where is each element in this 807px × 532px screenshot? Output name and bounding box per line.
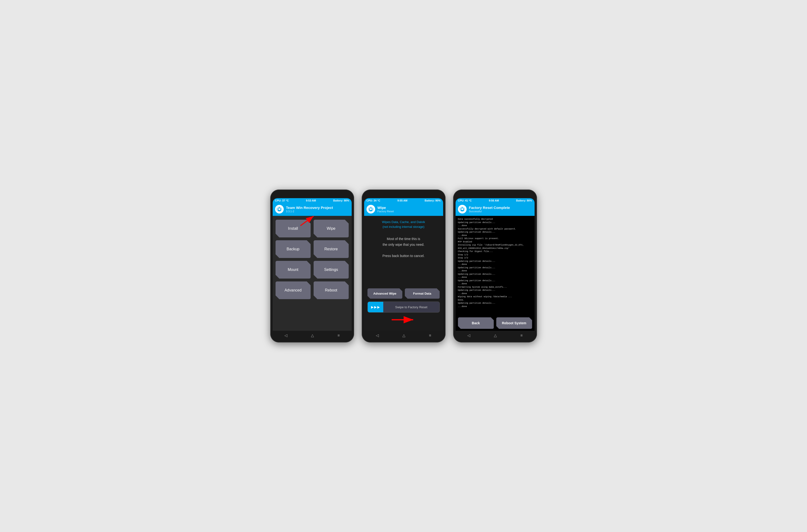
back-nav-2[interactable]: ◁ [376, 333, 379, 338]
backup-button[interactable]: Backup [276, 240, 311, 258]
twrp-title-block-3: Factory Reset Complete Successful [469, 206, 510, 213]
back-nav-3[interactable]: ◁ [467, 333, 470, 338]
notch-1 [303, 193, 322, 197]
wipe-description: Wipes Data, Cache, and Dalvik (not inclu… [368, 220, 440, 229]
screen-1: CPU: 37 °C 9:53 AM Battery: 90% Team Win… [273, 198, 352, 339]
advanced-button[interactable]: Advanced [276, 281, 311, 299]
nav-bar-3: ◁ △ ≡ [455, 331, 534, 339]
status-bar-3: CPU: 41 °C 9:56 AM Battery: 90% [455, 198, 534, 203]
notch-3 [486, 193, 505, 197]
back-nav-1[interactable]: ◁ [284, 333, 287, 338]
home-nav-1[interactable]: △ [311, 333, 314, 338]
battery-3: Battery: 90% [516, 199, 532, 202]
status-bar-2: CPU: 34 °C 9:55 AM Battery: 90% [364, 198, 443, 203]
restore-button[interactable]: Restore [314, 240, 349, 258]
wipe-desc-line1: Wipes Data, Cache, and Dalvik [368, 220, 440, 225]
phone-1: CPU: 37 °C 9:53 AM Battery: 90% Team Win… [270, 190, 354, 342]
swipe-area: ▶ ▶ ▶ Swipe to Factory Reset [368, 302, 440, 312]
wipe-text-1: Most of the time this is [368, 236, 440, 242]
twrp-subtitle-1: 3.3.1-2 [286, 210, 333, 213]
twrp-header-1: Team Win Recovery Project 3.3.1-2 [273, 203, 352, 216]
twrp-title-block-1: Team Win Recovery Project 3.3.1-2 [286, 206, 333, 213]
complete-buttons-row: Back Reboot System [458, 317, 532, 329]
nav-bar-2: ◁ △ ≡ [364, 331, 443, 339]
swipe-arrow-1: ▶ [371, 305, 374, 309]
nav-bar-1: ◁ △ ≡ [273, 331, 352, 339]
twrp-logo-1 [275, 205, 284, 213]
home-nav-3[interactable]: △ [494, 333, 497, 338]
swipe-arrows-indicator: ▶ ▶ ▶ [368, 302, 383, 312]
phone-3: CPU: 41 °C 9:56 AM Battery: 90% Factory … [453, 190, 537, 342]
twrp-logo-2 [367, 205, 375, 213]
buttons-grid-1: Install Wipe Backup [276, 220, 349, 299]
swipe-arrow-3: ▶ [377, 305, 380, 309]
format-data-button[interactable]: Format Data [405, 288, 440, 299]
battery-1: Battery: 90% [333, 199, 349, 202]
reboot-system-button[interactable]: Reboot System [496, 317, 532, 329]
time-3: 9:56 AM [489, 199, 499, 202]
svg-point-9 [461, 208, 463, 210]
twrp-header-3: Factory Reset Complete Successful [455, 203, 534, 216]
home-nav-2[interactable]: △ [402, 333, 405, 338]
phone-2: CPU: 34 °C 9:55 AM Battery: 90% Wipe Fac… [362, 190, 446, 342]
reboot-button[interactable]: Reboot [314, 281, 349, 299]
time-2: 9:55 AM [397, 199, 408, 202]
twrp-title-2: Wipe [377, 206, 394, 210]
twrp-logo-3 [458, 205, 467, 213]
menu-nav-2[interactable]: ≡ [429, 334, 431, 338]
screen-2: CPU: 34 °C 9:55 AM Battery: 90% Wipe Fac… [364, 198, 443, 339]
time-1: 9:53 AM [306, 199, 316, 202]
twrp-title-block-2: Wipe Factory Reset [377, 206, 394, 213]
status-bar-1: CPU: 37 °C 9:53 AM Battery: 90% [273, 198, 352, 203]
settings-button[interactable]: Settings [314, 261, 349, 279]
cpu-temp-3: CPU: 41 °C [458, 199, 472, 202]
menu-nav-1[interactable]: ≡ [338, 334, 340, 338]
menu-nav-3[interactable]: ≡ [521, 334, 523, 338]
twrp-subtitle-2: Factory Reset [377, 210, 394, 213]
twrp-header-2: Wipe Factory Reset [364, 203, 443, 216]
swipe-arrow-2: ▶ [374, 305, 377, 309]
install-button[interactable]: Install [276, 220, 311, 238]
battery-2: Battery: 90% [425, 199, 441, 202]
screen-3: CPU: 41 °C 9:56 AM Battery: 90% Factory … [455, 198, 534, 339]
twrp-title-1: Team Win Recovery Project [286, 206, 333, 210]
wipe-text-2: the only wipe that you need. [368, 242, 440, 248]
notch-area-2 [364, 193, 443, 197]
swipe-label: Swipe to Factory Reset [383, 305, 439, 309]
wipe-button[interactable]: Wipe [314, 220, 349, 238]
wipe-content: Wipes Data, Cache, and Dalvik (not inclu… [364, 216, 443, 331]
cpu-temp-2: CPU: 34 °C [367, 199, 380, 202]
twrp-subtitle-3: Successful [469, 210, 510, 213]
advanced-wipe-button[interactable]: Advanced Wipe [368, 288, 402, 299]
complete-content: Data successfully decrypted Updating par… [455, 216, 534, 331]
wipe-main-text: Most of the time this is the only wipe t… [368, 236, 440, 288]
swipe-bar[interactable]: ▶ ▶ ▶ Swipe to Factory Reset [368, 302, 440, 312]
twrp-title-3: Factory Reset Complete [469, 206, 510, 210]
svg-point-1 [278, 208, 280, 210]
notch-2 [394, 193, 413, 197]
log-output: Data successfully decrypted Updating par… [458, 218, 532, 315]
wipe-desc-line2: (not including internal storage) [368, 225, 440, 229]
wipe-buttons-row: Advanced Wipe Format Data [368, 288, 440, 299]
cpu-temp-1: CPU: 37 °C [275, 199, 289, 202]
svg-point-5 [370, 208, 372, 210]
main-menu-content: Install Wipe Backup [273, 216, 352, 331]
back-button[interactable]: Back [458, 317, 494, 329]
wipe-text-4: Press back button to cancel. [368, 253, 440, 259]
mount-button[interactable]: Mount [276, 261, 311, 279]
notch-area-3 [455, 193, 534, 197]
notch-area-1 [273, 193, 352, 197]
